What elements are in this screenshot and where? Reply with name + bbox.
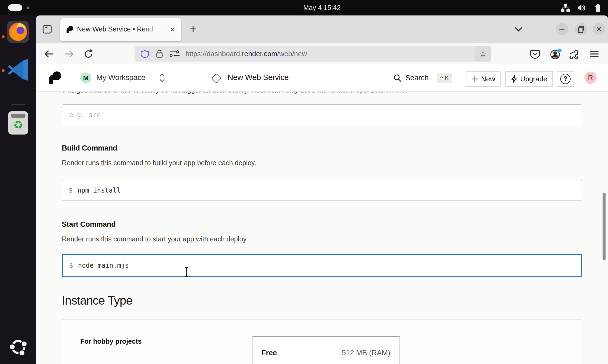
star-icon: ☆ <box>475 46 491 61</box>
tracking-shield-icon[interactable] <box>140 50 149 58</box>
build-command-input[interactable] <box>77 186 575 194</box>
navigation-toolbar: https://dashboard.render.com/web/new ☆ <box>36 43 608 64</box>
restore-window-button[interactable] <box>575 23 587 35</box>
reload-button[interactable] <box>83 48 94 60</box>
user-avatar[interactable]: R <box>584 72 597 84</box>
extensions-puzzle-icon[interactable] <box>570 49 581 60</box>
plan-name: Free <box>261 349 277 357</box>
workspace-indicator-dot[interactable] <box>27 7 29 9</box>
instance-type-card: For hobby projects Free 512 MB (RAM) <box>62 320 582 364</box>
system-top-bar: May 4 15:42 <box>0 0 608 15</box>
question-mark-icon: ? <box>560 74 571 84</box>
dock-firefox-button[interactable] <box>7 21 29 43</box>
text-cursor <box>184 267 189 277</box>
root-directory-input[interactable] <box>69 111 575 119</box>
account-button[interactable] <box>549 48 561 60</box>
dock-vscode-button[interactable] <box>7 59 29 81</box>
url-domain: render.com <box>242 50 277 58</box>
dock-app-grid-button[interactable] <box>8 337 28 357</box>
volume-icon[interactable] <box>577 4 586 12</box>
upgrade-button[interactable]: Upgrade <box>505 71 553 87</box>
scrollbar-thumb[interactable] <box>603 193 606 260</box>
service-diamond-icon <box>212 74 222 84</box>
page-title: New Web Service <box>228 73 289 82</box>
pocket-button[interactable] <box>530 49 541 60</box>
free-plan-option[interactable]: Free 512 MB (RAM) <box>252 336 400 364</box>
workspace-avatar[interactable]: M <box>80 72 91 84</box>
system-clock[interactable]: May 4 15:42 <box>303 4 341 12</box>
tab-strip: New Web Service • Rend × + – × <box>36 15 608 43</box>
build-command-field[interactable]: $ <box>62 180 582 201</box>
start-command-field-focused[interactable]: $ <box>62 254 582 277</box>
render-header: M My Workspace New Web Service Search ^ … <box>36 64 608 92</box>
shell-prompt: $ <box>69 262 73 269</box>
dock-divider <box>11 104 25 105</box>
back-button[interactable] <box>44 48 55 60</box>
trash-lid <box>11 114 25 118</box>
firefox-view-button[interactable] <box>41 23 53 36</box>
firefox-window: New Web Service • Rend × + – × <box>36 15 608 364</box>
tab-close-icon[interactable]: × <box>168 25 177 34</box>
hobby-projects-label: For hobby projects <box>80 337 142 345</box>
clipped-description-line: changes outside of this directory do not… <box>62 92 407 94</box>
search-shortcut-badge: ^ K <box>437 73 452 83</box>
active-tab[interactable]: New Web Service • Rend × <box>60 18 181 41</box>
list-tabs-chevron-icon[interactable] <box>513 26 524 33</box>
start-command-title: Start Command <box>62 220 116 229</box>
recycle-icon: ♻ <box>8 118 28 132</box>
dock-trash-button[interactable]: ♻ <box>8 111 28 135</box>
url-text[interactable]: https://dashboard.render.com/web/new <box>185 50 307 58</box>
bookmark-star-button[interactable]: ☆ <box>475 46 491 62</box>
shell-prompt: $ <box>69 187 72 194</box>
ubuntu-logo-icon <box>8 337 28 357</box>
search-icon[interactable] <box>393 74 402 83</box>
lock-icon[interactable] <box>155 49 164 58</box>
instance-type-title: Instance Type <box>62 294 132 307</box>
start-command-description: Render runs this command to start your a… <box>62 235 248 243</box>
learn-more-link[interactable]: Learn more. <box>371 92 407 94</box>
new-button[interactable]: New <box>466 71 501 87</box>
tab-title-fade <box>142 24 165 36</box>
build-command-description: Render runs this command to build your a… <box>62 159 256 167</box>
build-command-title: Build Command <box>62 144 117 152</box>
firefox-running-dot <box>2 35 5 38</box>
firefox-icon <box>7 21 29 43</box>
close-window-button[interactable]: × <box>593 23 605 35</box>
screen: May 4 15:42 <box>0 0 608 364</box>
workspace-selector[interactable]: My Workspace <box>96 73 145 82</box>
ubuntu-dock: ♻ <box>0 15 36 364</box>
battery-icon[interactable] <box>593 4 603 12</box>
plus-icon <box>471 75 478 82</box>
new-web-service-form: changes outside of this directory do not… <box>36 92 608 364</box>
plan-ram: 512 MB (RAM) <box>342 349 390 357</box>
minimize-button[interactable]: – <box>556 23 568 35</box>
search-button[interactable]: Search <box>405 74 429 82</box>
lightning-icon <box>511 75 517 83</box>
menu-hamburger-icon[interactable] <box>589 49 601 61</box>
vscode-icon <box>7 59 29 81</box>
render-favicon <box>66 25 74 34</box>
render-logo[interactable] <box>47 71 62 85</box>
new-tab-button[interactable]: + <box>187 23 199 36</box>
forward-button[interactable] <box>63 48 75 60</box>
vscode-running-dot <box>2 69 5 72</box>
help-button[interactable]: ? <box>557 71 574 87</box>
root-directory-field[interactable] <box>62 104 582 125</box>
url-bar[interactable]: https://dashboard.render.com/web/new ☆ <box>135 46 491 62</box>
permissions-icon[interactable] <box>169 50 180 58</box>
workspace-indicator-pill[interactable] <box>8 4 22 11</box>
workspace-chevrons-icon[interactable] <box>159 72 166 83</box>
network-icon[interactable] <box>561 4 570 12</box>
start-command-input[interactable] <box>77 261 575 270</box>
